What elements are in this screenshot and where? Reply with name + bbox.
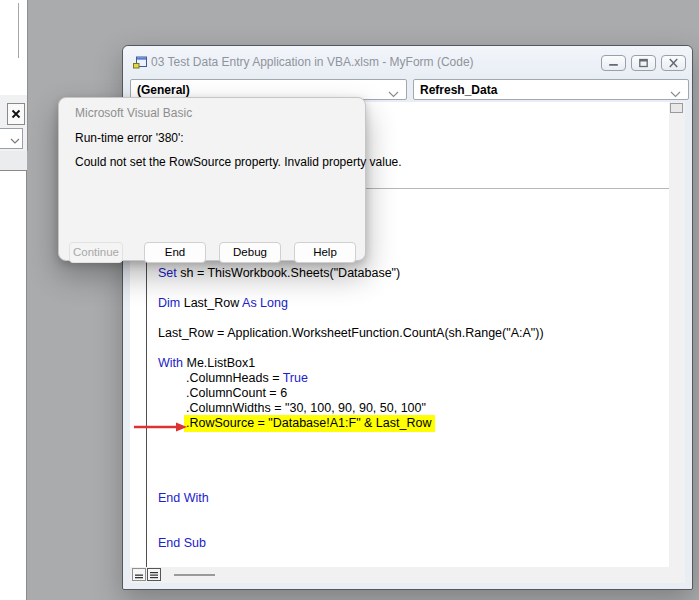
procedure-view-icon <box>135 566 144 584</box>
background-dropdown[interactable] <box>0 128 23 149</box>
restore-icon <box>637 54 650 72</box>
background-lower-panel <box>0 170 27 600</box>
minimize-button[interactable] <box>601 55 626 71</box>
object-dropdown-value: (General) <box>137 83 190 97</box>
code-line: With Me.ListBox1 <box>158 356 255 371</box>
code-line: Dim Last_Row As Long <box>158 296 288 311</box>
annotation-arrow-icon <box>131 420 189 438</box>
chevron-down-icon <box>10 130 20 148</box>
close-button[interactable] <box>7 103 25 125</box>
horizontal-scrollbar-thumb[interactable] <box>174 574 215 576</box>
procedure-dropdown-value: Refresh_Data <box>420 83 497 97</box>
chevron-down-icon <box>670 87 681 101</box>
close-icon <box>668 54 679 72</box>
code-line: End Sub <box>158 536 206 551</box>
window-title: 03 Test Data Entry Application in VBA.xl… <box>151 55 474 69</box>
background-left-panel <box>0 0 28 95</box>
error-code-text: Run-time error '380': <box>75 131 184 145</box>
code-line: .ColumnWidths = "30, 100, 90, 90, 50, 10… <box>186 401 426 416</box>
continue-button: Continue <box>69 242 123 263</box>
window-titlebar[interactable]: 03 Test Data Entry Application in VBA.xl… <box>123 46 692 77</box>
chevron-down-icon <box>388 87 399 101</box>
close-icon <box>11 105 21 123</box>
code-line: .RowSource = "Database!A1:F" & Last_Row <box>186 416 435 431</box>
form-icon <box>133 55 147 73</box>
minimize-icon <box>607 54 620 72</box>
debug-button[interactable]: Debug <box>219 242 281 263</box>
dialog-title: Microsoft Visual Basic <box>75 106 192 120</box>
help-button[interactable]: Help <box>294 242 356 263</box>
desktop-background: 03 Test Data Entry Application in VBA.xl… <box>0 0 699 600</box>
background-gap <box>0 151 27 170</box>
runtime-error-dialog: Microsoft Visual Basic Run-time error '3… <box>58 97 366 261</box>
full-module-view-icon <box>150 566 159 584</box>
code-line: .ColumnHeads = True <box>186 371 308 386</box>
procedure-dropdown[interactable]: Refresh_Data <box>413 79 689 100</box>
procedure-view-button[interactable] <box>132 568 146 581</box>
end-button[interactable]: End <box>144 242 206 263</box>
code-line: End With <box>158 491 209 506</box>
vertical-scrollbar-thumb[interactable] <box>670 103 683 113</box>
error-message-text: Could not set the RowSource property. In… <box>75 155 402 169</box>
full-module-view-button[interactable] <box>147 568 161 581</box>
code-line: Last_Row = Application.WorksheetFunction… <box>158 326 544 341</box>
restore-button[interactable] <box>631 55 656 71</box>
code-line: Set sh = ThisWorkbook.Sheets("Database") <box>158 266 400 281</box>
background-scrollbar-line <box>18 3 19 58</box>
code-line: .ColumnCount = 6 <box>186 386 287 401</box>
window-close-button[interactable] <box>661 55 686 71</box>
vertical-scrollbar[interactable] <box>669 102 685 567</box>
